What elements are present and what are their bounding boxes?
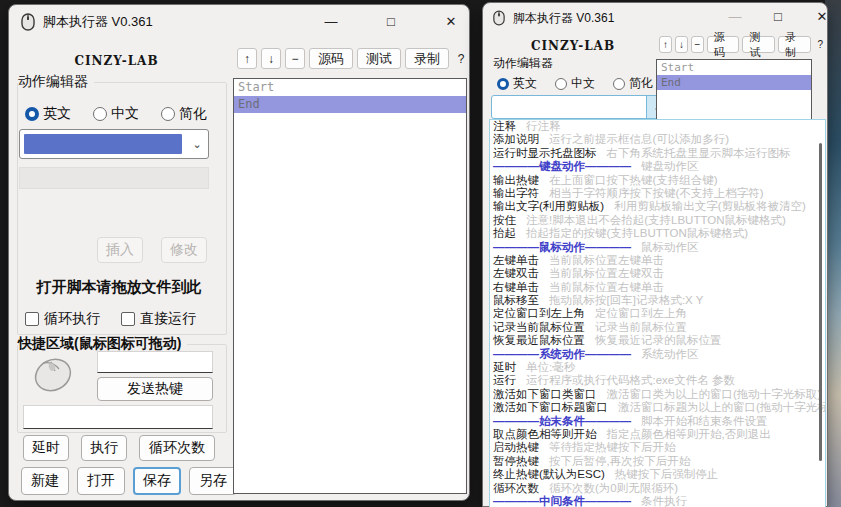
move-down-button[interactable]: ↓ [261, 48, 281, 69]
loop-execute-checkbox[interactable]: 循环执行 [25, 310, 100, 328]
minimize-button[interactable]: — [718, 3, 752, 29]
app-mouse-icon [493, 10, 505, 26]
open-button[interactable]: 打开 [77, 467, 125, 495]
dropdown-item[interactable]: 终止热键(默认为ESC)热键按下后强制停止 [490, 468, 825, 481]
chevron-down-icon[interactable]: ⌄ [186, 130, 208, 158]
param-input[interactable] [23, 405, 213, 429]
radio-chinese[interactable]: 中文 [93, 105, 139, 123]
dropdown-separator[interactable]: ————中间条件————条件执行 [490, 495, 825, 507]
loop-count-button[interactable]: 循环次数 [139, 435, 215, 461]
radio-english[interactable]: 英文 [497, 75, 537, 92]
insert-button[interactable]: 插入 [97, 237, 143, 263]
new-button[interactable]: 新建 [21, 467, 69, 495]
checkbox-label: 直接运行 [140, 310, 196, 328]
radio-dot [93, 107, 107, 121]
dropdown-item[interactable]: 输出文字(利用剪贴板)利用剪贴板输出文字(剪贴板将被清空) [490, 200, 825, 213]
radio-dot [25, 107, 39, 121]
help-button[interactable]: ? [814, 36, 827, 53]
record-button[interactable]: 录制 [778, 36, 811, 53]
record-button[interactable]: 录制 [405, 48, 449, 69]
move-up-button[interactable]: ↑ [237, 48, 257, 69]
dropdown-item[interactable]: 运行运行程序或执行代码格式:exe文件名 参数 [490, 374, 825, 387]
radio-dot [161, 107, 175, 121]
remove-button[interactable]: − [285, 48, 305, 69]
dropdown-item[interactable]: 抬起抬起指定的按键(支持LBUTTON鼠标键格式) [490, 227, 825, 240]
source-button[interactable]: 源码 [707, 36, 740, 53]
hotkey-input[interactable] [97, 351, 213, 373]
action-combobox-open[interactable]: ⌄ [491, 95, 669, 119]
titlebar[interactable]: 脚本执行器 V0.361 — □ ✕ [483, 3, 827, 33]
move-up-button[interactable]: ↑ [659, 36, 672, 53]
dropdown-item[interactable]: 激活如下窗口类窗口激活窗口类为以上的窗口(拖动十字光标取) [490, 388, 825, 401]
close-button[interactable]: ✕ [805, 3, 839, 29]
dropdown-item[interactable]: 循环次数循环次数(为0则无限循环) [490, 482, 825, 495]
brand-label: CINZY-LAB [9, 54, 224, 68]
dropdown-item[interactable]: 暂停热键按下后暂停,再次按下后开始 [490, 455, 825, 468]
radio-chinese[interactable]: 中文 [555, 75, 595, 92]
save-button[interactable]: 保存 [133, 467, 181, 495]
script-row-start[interactable]: Start [234, 79, 466, 96]
combobox-selection [24, 134, 182, 154]
dropdown-list[interactable]: 注释行注释添加说明运行之前提示框信息(可以添加多行)运行时显示托盘图标右下角系统… [489, 119, 826, 507]
window-title: 脚本执行器 V0.361 [43, 13, 153, 31]
help-button[interactable]: ? [453, 48, 469, 69]
draggable-mouse-icon[interactable] [29, 353, 75, 395]
radio-dot [613, 78, 625, 90]
dropdown-item[interactable]: 输出热键在上面窗口按下热键(支持组合键) [490, 174, 825, 187]
modify-button[interactable]: 修改 [161, 237, 207, 263]
script-row-end[interactable]: End [657, 75, 811, 90]
dropdown-item[interactable]: 恢复最近鼠标位置恢复最近记录的鼠标位置 [490, 334, 825, 347]
test-button[interactable]: 测试 [357, 48, 401, 69]
dropdown-item[interactable]: 激活如下窗口标题窗口激活窗口标题为以上的窗口(拖动十字光标取) [490, 401, 825, 414]
dropdown-separator[interactable]: ————始末条件————脚本开始和结束条件设置 [490, 415, 825, 428]
radio-simplified[interactable]: 简化 [613, 75, 653, 92]
send-hotkey-button[interactable]: 发送热键 [97, 377, 213, 401]
action-combobox[interactable]: ⌄ [19, 129, 209, 159]
dropdown-item[interactable]: 延时单位:毫秒 [490, 361, 825, 374]
script-listbox[interactable]: Start End [233, 78, 467, 494]
dropdown-item[interactable]: 记录当前鼠标位置记录当前鼠标位置 [490, 321, 825, 334]
dropdown-item[interactable]: 注释行注释 [490, 120, 825, 133]
radio-simplified[interactable]: 简化 [161, 105, 207, 123]
dropdown-item[interactable]: 启动热键等待指定热键按下后开始 [490, 441, 825, 454]
radio-label: 英文 [513, 75, 537, 92]
dropdown-separator[interactable]: ————系统动作————系统动作区 [490, 348, 825, 361]
radio-label: 简化 [179, 105, 207, 123]
dropdown-item[interactable]: 定位窗口到左上角定位窗口到左上角 [490, 307, 825, 320]
dropdown-item[interactable]: 鼠标移至拖动鼠标按[回车]记录格式:X Y [490, 294, 825, 307]
radio-english[interactable]: 英文 [25, 105, 71, 123]
drop-hint-text: 打开脚本请拖放文件到此 [9, 278, 229, 297]
window-title: 脚本执行器 V0.361 [513, 10, 614, 27]
remove-button[interactable]: − [691, 36, 704, 53]
dropdown-item[interactable]: 添加说明运行之前提示框信息(可以添加多行) [490, 133, 825, 146]
dropdown-separator[interactable]: ————鼠标动作————鼠标动作区 [490, 241, 825, 254]
script-row-start[interactable]: Start [657, 60, 811, 75]
combobox-selection [496, 100, 642, 114]
maximize-button[interactable]: □ [761, 3, 795, 29]
titlebar[interactable]: 脚本执行器 V0.361 — □ ✕ [9, 5, 469, 39]
script-row-end[interactable]: End [234, 96, 466, 113]
direct-run-checkbox[interactable]: 直接运行 [121, 310, 196, 328]
test-button[interactable]: 测试 [742, 36, 775, 53]
dropdown-item[interactable]: 左键双击当前鼠标位置左键双击 [490, 267, 825, 280]
dropdown-item[interactable]: 输出字符相当于字符顺序按下按键(不支持上档字符) [490, 187, 825, 200]
brand-label: CINZY-LAB [483, 39, 663, 53]
save-as-button[interactable]: 另存 [189, 467, 237, 495]
radio-label: 简化 [629, 75, 653, 92]
source-button[interactable]: 源码 [309, 48, 353, 69]
param-field-disabled [19, 167, 209, 189]
dropdown-item[interactable]: 左键单击当前鼠标位置左键单击 [490, 254, 825, 267]
delay-button[interactable]: 延时 [23, 435, 69, 461]
toolbar: ↑ ↓ − 源码 测试 录制 ? [659, 36, 827, 53]
maximize-button[interactable]: □ [374, 7, 408, 35]
minimize-button[interactable]: — [314, 7, 348, 35]
move-down-button[interactable]: ↓ [675, 36, 688, 53]
dropdown-item[interactable]: 右键单击当前鼠标位置右键单击 [490, 281, 825, 294]
dropdown-scrollbar[interactable] [819, 143, 822, 461]
dropdown-item[interactable]: 取点颜色相等则开始指定点颜色相等则开始,否则退出 [490, 428, 825, 441]
execute-button[interactable]: 执行 [81, 435, 127, 461]
dropdown-separator[interactable]: ————键盘动作————键盘动作区 [490, 160, 825, 173]
close-button[interactable]: ✕ [434, 7, 468, 35]
dropdown-item[interactable]: 按住注意!脚本退出不会抬起(支持LBUTTON鼠标键格式) [490, 214, 825, 227]
dropdown-item[interactable]: 运行时显示托盘图标右下角系统托盘里显示脚本运行图标 [490, 147, 825, 160]
